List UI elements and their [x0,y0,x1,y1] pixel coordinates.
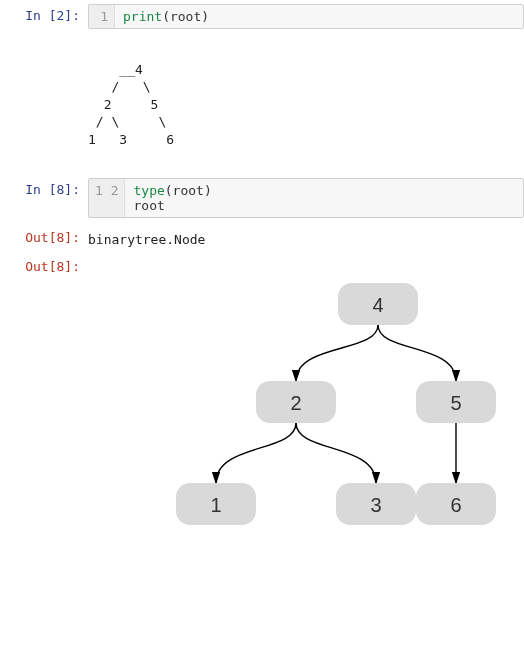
empty-prompt [0,33,88,160]
node-label: 6 [450,494,461,516]
tree-svg: 425136 [106,261,506,551]
cell-out-2: __4 / \ 2 5 / \ \ 1 3 6 [0,33,524,160]
prompt-in-2: In [2]: [0,0,88,33]
prompt-out-8-tree: Out[8]: [0,251,88,558]
tree-edge [378,325,456,381]
cell-in-8: In [8]: 1 2 type(root) root [0,174,524,222]
tree-edge [296,423,376,483]
cell-in-2: In [2]: 1 print(root) [0,0,524,33]
tree-node: 6 [416,483,496,525]
node-label: 3 [370,494,381,516]
tree-node: 3 [336,483,416,525]
line-gutter: 1 [89,5,115,28]
code-text[interactable]: print(root) [115,5,217,28]
node-label: 1 [210,494,221,516]
code-text[interactable]: type(root) root [125,179,219,217]
line-gutter: 1 2 [89,179,125,217]
cell-content: 1 print(root) [88,0,524,33]
prompt-out-8: Out[8]: [0,222,88,251]
cell-out-8-text: Out[8]: binarytree.Node [0,222,524,251]
tree-node: 4 [338,283,418,325]
node-label: 5 [450,392,461,414]
type-output: binarytree.Node [88,226,524,247]
node-label: 2 [290,392,301,414]
tree-edge [216,423,296,483]
code-input-box[interactable]: 1 2 type(root) root [88,178,524,218]
prompt-in-8: In [8]: [0,174,88,222]
tree-node: 5 [416,381,496,423]
tree-node: 1 [176,483,256,525]
cell-out-8-tree: Out[8]: 425136 [0,251,524,558]
node-label: 4 [372,294,383,316]
ascii-tree-output: __4 / \ 2 5 / \ \ 1 3 6 [88,37,524,156]
tree-edge [296,325,378,381]
tree-node: 2 [256,381,336,423]
code-input-box[interactable]: 1 print(root) [88,4,524,29]
tree-diagram: 425136 [88,255,524,554]
